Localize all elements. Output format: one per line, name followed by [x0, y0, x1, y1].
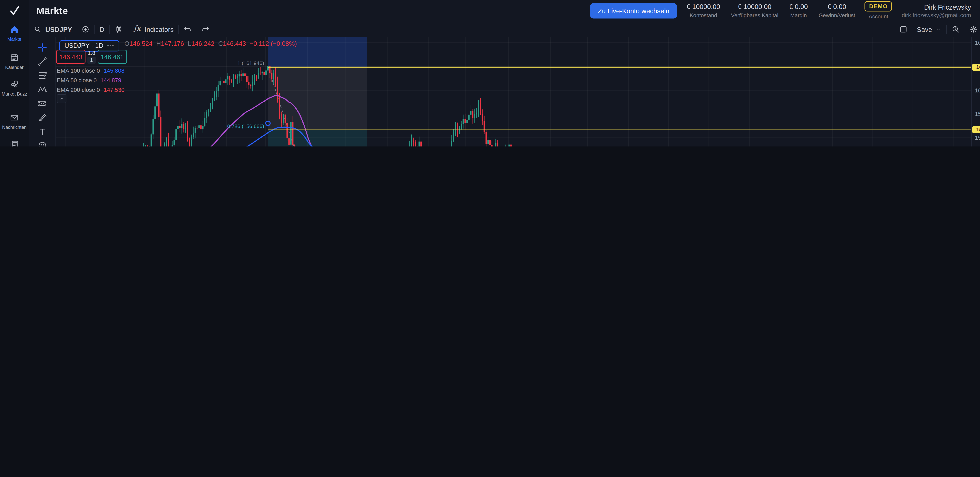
svg-text:ƒx: ƒx — [133, 24, 141, 32]
undo-icon — [183, 24, 192, 33]
fx-icon: ƒx — [132, 24, 142, 33]
price-tick: 160.000 — [972, 87, 980, 93]
xabcd-icon — [37, 84, 48, 95]
symbol-label: USDJPY — [45, 25, 72, 33]
spread-value: 1.8 — [88, 50, 95, 56]
layout-square-icon — [899, 24, 908, 33]
chart-style-button[interactable] — [110, 21, 127, 37]
account-summary: Zu Live-Konto wechseln € 10000.00Kontost… — [590, 2, 980, 20]
indicator-row-ema-50-close-0[interactable]: EMA 50 close 0144.879 — [57, 77, 121, 84]
symbol-search-button[interactable]: USDJPY — [29, 21, 76, 37]
flash-search-icon — [951, 24, 960, 33]
chart-legend: USDJPY · 1D ••• — [59, 39, 119, 51]
position-icon — [37, 98, 48, 109]
sidebar-item-market-buzz[interactable]: Market Buzz — [0, 79, 29, 97]
trendline-icon — [37, 56, 48, 67]
spread-unit: 1 — [88, 57, 95, 64]
layout-button[interactable] — [894, 21, 912, 37]
undo-button[interactable] — [179, 21, 197, 37]
fib-band — [268, 130, 367, 146]
ema-50-line[interactable] — [57, 95, 760, 146]
buy-button[interactable]: 146.461 — [97, 50, 127, 64]
interval-button[interactable]: D — [95, 21, 109, 37]
trendline-icon[interactable] — [34, 54, 51, 68]
fib-label: 0.786 (156.666) — [56, 124, 264, 129]
text-icon[interactable] — [34, 124, 51, 138]
save-button[interactable]: Save — [912, 21, 946, 37]
switch-to-live-button[interactable]: Zu Live-Konto wechseln — [590, 3, 677, 18]
fx-icon: ƒx — [132, 24, 142, 33]
account-stats: € 10000.00Kontostand€ 10000.00Verfügbare… — [687, 3, 855, 18]
compare-button[interactable] — [76, 21, 94, 37]
price-badge-156.666: 156.666 — [972, 126, 980, 133]
stat-verf-gbares-kapital: € 10000.00Verfügbares Kapital — [731, 3, 778, 18]
app-sidebar: MärkteKalenderMarket BuzzNachrichtenNach… — [0, 0, 29, 146]
brush-icon — [37, 112, 48, 123]
user-name: Dirk Friczewsky — [924, 3, 971, 11]
settings-button[interactable] — [965, 21, 980, 37]
ohlc-readout: O146.524H147.176L146.242C146.443−0.112 (… — [124, 40, 297, 47]
crosshair-icon[interactable] — [34, 40, 51, 54]
candles-down — [60, 66, 760, 146]
newspaper-icon — [9, 139, 20, 146]
stat-margin: € 0.00Margin — [789, 3, 808, 18]
page-title: Märkte — [37, 5, 68, 16]
chart-toolbar: USDJPY D ƒx Indicators Save — [29, 21, 980, 38]
change-readout: −0.112 (−0.08%) — [250, 40, 297, 47]
position-icon[interactable] — [34, 96, 51, 111]
chevron-down-icon — [935, 26, 942, 32]
drawing-toolbar — [29, 37, 56, 146]
price-badge-161.946: 161.946 — [972, 63, 980, 71]
sidebar-item-kalender[interactable]: Kalender — [0, 52, 29, 70]
price-scale[interactable]: 164.000160.000158.000156.000154.000152.0… — [971, 37, 980, 146]
search-icon — [33, 24, 42, 33]
stat-kontostand: € 10000.00Kontostand — [687, 3, 720, 18]
xabcd-icon[interactable] — [34, 82, 51, 96]
demo-account: DEMO Account — [865, 2, 892, 20]
demo-label: Account — [869, 13, 888, 20]
candles-up — [57, 66, 759, 146]
sidebar-item-nachrichten-2[interactable]: Nachrichten — [0, 139, 29, 146]
quick-search-icon[interactable] — [947, 21, 965, 37]
brush-icon[interactable] — [34, 110, 51, 124]
emoji-icon — [37, 140, 48, 146]
sidebar-item-m-rkte[interactable]: Märkte — [0, 24, 29, 42]
price-tick: 158.000 — [972, 111, 980, 117]
more-options-icon[interactable]: ••• — [107, 43, 115, 48]
price-tick: 164.000 — [972, 40, 980, 46]
candlestick-chart[interactable] — [56, 37, 972, 146]
flash-search-icon — [951, 24, 960, 33]
gear-icon — [969, 24, 978, 33]
emoji-icon[interactable] — [34, 138, 51, 146]
sidebar-item-nachrichten[interactable]: Nachrichten — [0, 112, 29, 130]
bubbles-icon — [9, 79, 20, 90]
chart-plot-area[interactable]: 1 (161.946)0.786 (156.666)0.618 (153.399… — [56, 37, 972, 146]
collapse-legend-button[interactable] — [57, 94, 67, 103]
stat-gewinn-verlust: € 0.00Gewinn/Verlust — [819, 3, 855, 18]
sell-button[interactable]: 146.443 — [56, 50, 86, 64]
indicators-button[interactable]: ƒx Indicators — [128, 21, 178, 37]
redo-button[interactable] — [197, 21, 215, 37]
candles-icon — [114, 24, 123, 33]
price-tick: 156.000 — [972, 135, 980, 141]
user-email: dirk.friczewsky@gmail.com — [902, 12, 971, 18]
demo-badge: DEMO — [865, 2, 892, 11]
layout-square-icon — [899, 24, 908, 33]
fib-icon[interactable] — [34, 68, 51, 82]
gear-icon — [969, 24, 978, 33]
chart-window: USDJPY D ƒx Indicators Save — [29, 21, 980, 146]
indicator-row-ema-100-close-0[interactable]: EMA 100 close 0145.808 — [57, 68, 124, 74]
text-icon — [37, 126, 48, 137]
search-icon — [33, 24, 42, 33]
buy-sell-widget: 146.443 1.8 1 146.461 — [56, 50, 127, 64]
home-icon — [9, 24, 20, 35]
envelope-icon — [9, 112, 20, 123]
app-logo-checkmark-icon[interactable] — [0, 3, 29, 19]
redo-icon — [201, 24, 210, 33]
calendar-icon — [9, 52, 20, 63]
trading-app: Märkte Zu Live-Konto wechseln € 10000.00… — [0, 0, 980, 146]
undo-icon — [183, 24, 192, 33]
indicator-row-ema-200-close-0[interactable]: EMA 200 close 0147.530 — [57, 87, 124, 93]
chevron-down-icon — [935, 26, 942, 32]
candles-icon — [114, 24, 123, 33]
